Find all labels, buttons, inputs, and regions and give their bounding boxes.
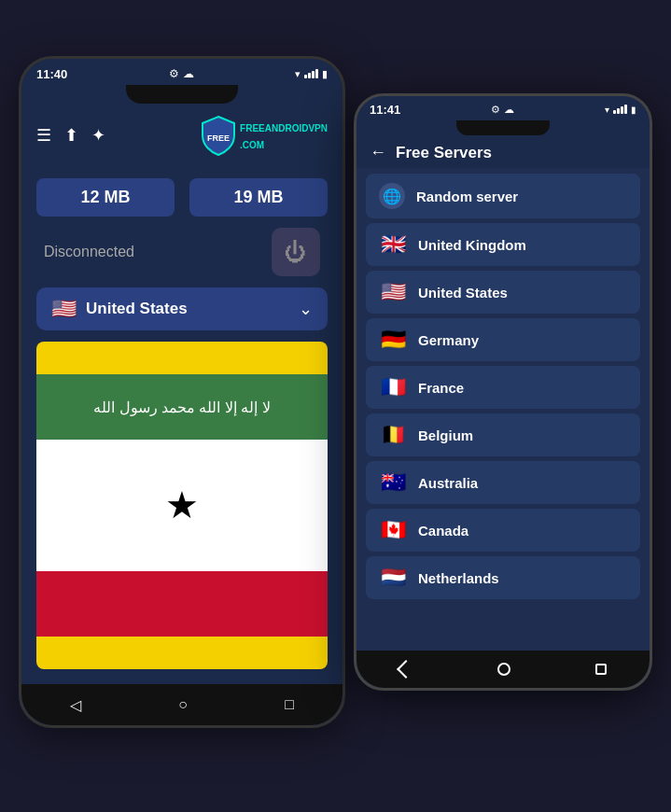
server-name: United Kingdom xyxy=(418,237,526,253)
status-icons-2: ⚙ ☁ xyxy=(491,104,514,116)
server-item[interactable]: 🌐 Random server xyxy=(366,174,640,218)
disconnect-label: Disconnected xyxy=(44,244,134,260)
server-item[interactable]: 🇦🇺 Australia xyxy=(366,461,640,504)
nav-back-icon-2[interactable] xyxy=(397,660,415,679)
server-name: Germany xyxy=(418,332,479,348)
right-status-1: ▾ ▮ xyxy=(295,68,328,80)
signal-bars-1 xyxy=(304,69,318,78)
power-icon: ⏻ xyxy=(285,239,307,265)
server-name: Random server xyxy=(416,189,518,204)
disconnect-row: Disconnected ⏻ xyxy=(36,228,328,276)
server-name: Australia xyxy=(418,475,478,491)
app-bar-2: ← Free Servers xyxy=(356,137,650,168)
screen-title: Free Servers xyxy=(396,144,492,162)
logo-area: FREE FREEANDROIDVPN .COM xyxy=(201,115,328,156)
flag-green-strip: لا إله إلا الله محمد رسول الله xyxy=(36,374,328,440)
star-icon[interactable]: ✦ xyxy=(91,125,105,146)
app-bar-left-icons: ☰ ⬆ ✦ xyxy=(36,125,105,146)
server-flag: 🇦🇺 xyxy=(379,470,407,495)
settings-icon: ⚙ xyxy=(169,67,179,80)
nav-home-button-1[interactable]: ○ xyxy=(178,696,188,713)
server-item[interactable]: 🇫🇷 France xyxy=(366,366,640,409)
upload-label: 19 MB xyxy=(233,188,283,206)
selected-flag: 🇺🇸 xyxy=(51,297,77,321)
wifi-icon: ▾ xyxy=(295,68,301,80)
globe-icon: 🌐 xyxy=(379,183,405,209)
battery-icon: ▮ xyxy=(322,68,328,80)
server-flag: 🇨🇦 xyxy=(379,518,407,542)
server-flag: 🇩🇪 xyxy=(379,328,407,352)
nav-back-button-1[interactable]: ◁ xyxy=(70,696,81,714)
time-2: 11:41 xyxy=(370,103,400,117)
logo-shield-icon: FREE xyxy=(201,115,236,156)
server-name: Belgium xyxy=(418,427,473,443)
arabic-text: لا إله إلا الله محمد رسول الله xyxy=(93,399,271,416)
notch-1 xyxy=(126,85,238,104)
selected-country: United States xyxy=(86,300,289,318)
logo-text-area: FREEANDROIDVPN .COM xyxy=(240,119,328,152)
cloud-icon: ☁ xyxy=(183,67,194,80)
status-icons-1: ⚙ ☁ xyxy=(169,67,194,80)
chevron-down-icon: ⌄ xyxy=(299,299,313,319)
svg-text:FREE: FREE xyxy=(207,133,230,143)
server-item[interactable]: 🇨🇦 Canada xyxy=(366,509,640,552)
settings-icon-2: ⚙ xyxy=(491,104,500,116)
server-name: United States xyxy=(418,285,508,301)
flag-red-strip xyxy=(36,571,328,637)
phone1-content: 12 MB 19 MB Disconnected ⏻ 🇺🇸 United Sta… xyxy=(21,163,342,684)
flag-white-strip: ★ xyxy=(36,440,328,570)
server-item[interactable]: 🇺🇸 United States xyxy=(366,271,640,314)
right-status-2: ▾ ▮ xyxy=(605,105,636,115)
server-item[interactable]: 🇩🇪 Germany xyxy=(366,318,640,361)
nav-recent-icon-2[interactable] xyxy=(595,664,607,675)
download-badge: 12 MB xyxy=(36,178,175,217)
wifi-icon-2: ▾ xyxy=(605,105,609,115)
server-list: 🌐 Random server 🇬🇧 United Kingdom 🇺🇸 Uni… xyxy=(356,168,650,651)
time-1: 11:40 xyxy=(36,67,67,81)
server-flag: 🇫🇷 xyxy=(379,375,407,399)
server-name: Canada xyxy=(418,523,468,539)
phone2: 11:41 ⚙ ☁ ▾ ▮ ← Free Servers xyxy=(354,93,652,691)
data-row: 12 MB 19 MB xyxy=(36,178,328,217)
country-selector[interactable]: 🇺🇸 United States ⌄ xyxy=(36,287,328,330)
status-bar-2: 11:41 ⚙ ☁ ▾ ▮ xyxy=(356,96,650,122)
server-flag: 🇧🇪 xyxy=(379,423,407,447)
phone1: 11:40 ⚙ ☁ ▾ ▮ ☰ ⬆ ✦ xyxy=(19,56,345,728)
server-name: France xyxy=(418,380,464,396)
nav-home-icon-2[interactable] xyxy=(497,663,510,676)
flag-star: ★ xyxy=(165,483,199,526)
app-bar-1: ☰ ⬆ ✦ FREE FREEANDROIDVPN .COM xyxy=(21,107,342,163)
share-icon[interactable]: ⬆ xyxy=(64,125,78,146)
flag-yellow-top xyxy=(36,342,328,374)
flag-display: لا إله إلا الله محمد رسول الله ★ xyxy=(36,342,328,669)
server-item[interactable]: 🇬🇧 United Kingdom xyxy=(366,223,640,266)
battery-icon-2: ▮ xyxy=(631,105,636,115)
download-label: 12 MB xyxy=(80,188,130,206)
nav-bar-2 xyxy=(356,651,650,688)
upload-badge: 19 MB xyxy=(189,178,328,217)
logo-text-bottom: .COM xyxy=(240,140,264,150)
cloud-icon-2: ☁ xyxy=(504,104,514,116)
signal-bars-2 xyxy=(613,105,627,114)
nav-bar-1: ◁ ○ □ xyxy=(21,684,342,725)
server-name: Netherlands xyxy=(418,570,499,586)
flag-yellow-bottom xyxy=(36,637,328,669)
nav-recent-button-1[interactable]: □ xyxy=(285,696,294,713)
logo-text-top: FREEANDROIDVPN xyxy=(240,123,328,133)
notch-2 xyxy=(456,120,550,135)
menu-icon[interactable]: ☰ xyxy=(36,125,51,146)
server-flag: 🇬🇧 xyxy=(379,232,407,257)
server-item[interactable]: 🇳🇱 Netherlands xyxy=(366,556,640,599)
back-button[interactable]: ← xyxy=(370,143,386,162)
power-button[interactable]: ⏻ xyxy=(272,228,320,276)
somaliland-flag: لا إله إلا الله محمد رسول الله ★ xyxy=(36,342,328,669)
server-flag: 🇳🇱 xyxy=(379,566,407,590)
server-item[interactable]: 🇧🇪 Belgium xyxy=(366,413,640,456)
server-flag: 🇺🇸 xyxy=(379,280,407,304)
